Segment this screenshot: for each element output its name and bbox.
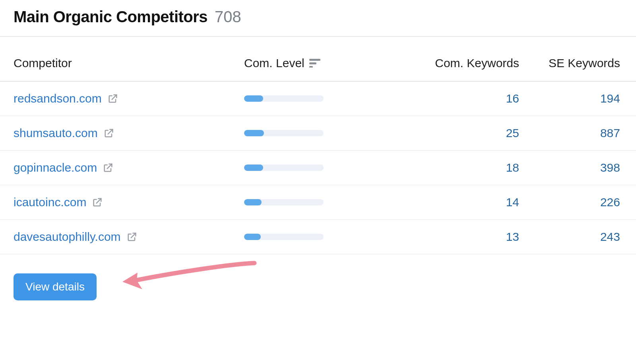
se-keywords-value[interactable]: 243 [600, 230, 620, 243]
competition-level-bar [244, 95, 324, 102]
competitor-link[interactable]: icautoinc.com [14, 196, 86, 209]
col-header-level[interactable]: Com. Level [244, 56, 304, 70]
col-header-se-keywords[interactable]: SE Keywords [549, 56, 620, 70]
panel-count: 708 [215, 8, 241, 26]
svg-rect-0 [309, 59, 320, 61]
competition-level-fill [244, 130, 264, 136]
svg-rect-2 [309, 66, 313, 68]
table-row: redsandson.com16194 [0, 81, 636, 116]
external-link-icon[interactable] [92, 197, 103, 208]
table-row: icautoinc.com14226 [0, 185, 636, 220]
sort-desc-icon [309, 59, 320, 68]
com-keywords-value[interactable]: 13 [506, 230, 519, 243]
se-keywords-value[interactable]: 194 [600, 92, 620, 105]
competitor-link[interactable]: gopinnacle.com [14, 161, 97, 174]
annotation-arrow-icon [119, 260, 262, 296]
panel-header: Main Organic Competitors 708 [0, 0, 636, 37]
table-header-row: Competitor Com. Level Com. Keywords SE K… [0, 37, 636, 81]
table-row: davesautophilly.com13243 [0, 220, 636, 254]
panel-title: Main Organic Competitors [14, 8, 207, 26]
col-header-competitor[interactable]: Competitor [14, 56, 72, 70]
panel-footer: View details [0, 254, 636, 300]
table-body: redsandson.com16194shumsauto.com25887gop… [0, 81, 636, 254]
competition-level-fill [244, 165, 263, 171]
view-details-button[interactable]: View details [14, 273, 97, 300]
competition-level-bar [244, 199, 324, 205]
competition-level-bar [244, 130, 324, 136]
competitor-link[interactable]: davesautophilly.com [14, 230, 121, 244]
se-keywords-value[interactable]: 398 [600, 161, 620, 174]
competitor-link[interactable]: redsandson.com [14, 92, 102, 105]
external-link-icon[interactable] [126, 231, 138, 242]
competition-level-bar [244, 165, 324, 171]
competition-level-fill [244, 234, 261, 240]
competition-level-fill [244, 199, 262, 205]
col-header-keywords[interactable]: Com. Keywords [435, 56, 519, 70]
table-row: shumsauto.com25887 [0, 116, 636, 151]
competitor-link[interactable]: shumsauto.com [14, 126, 98, 140]
com-keywords-value[interactable]: 18 [506, 161, 519, 174]
svg-rect-1 [309, 62, 316, 64]
competitors-panel: Main Organic Competitors 708 Competitor … [0, 0, 636, 300]
competition-level-bar [244, 234, 324, 240]
external-link-icon[interactable] [103, 162, 114, 173]
com-keywords-value[interactable]: 25 [506, 126, 519, 139]
com-keywords-value[interactable]: 14 [506, 196, 519, 209]
competitors-table: Competitor Com. Level Com. Keywords SE K… [0, 37, 636, 254]
se-keywords-value[interactable]: 226 [600, 196, 620, 209]
com-keywords-value[interactable]: 16 [506, 92, 519, 105]
table-row: gopinnacle.com18398 [0, 151, 636, 185]
se-keywords-value[interactable]: 887 [600, 126, 620, 139]
external-link-icon[interactable] [103, 128, 114, 139]
external-link-icon[interactable] [107, 93, 118, 104]
competition-level-fill [244, 95, 263, 102]
